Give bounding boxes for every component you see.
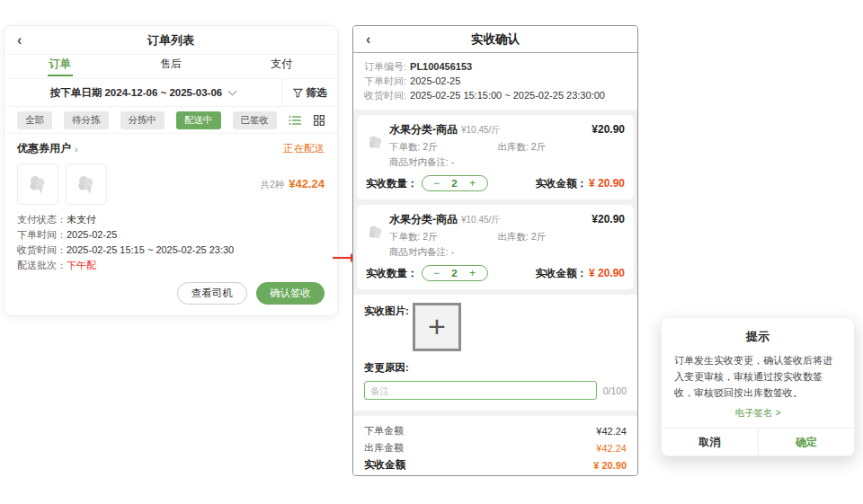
minus-button[interactable]: −: [431, 177, 443, 190]
back-icon[interactable]: ‹: [17, 33, 22, 48]
plus-button[interactable]: +: [467, 177, 479, 190]
upload-photo-label: 实收图片:: [364, 303, 409, 318]
order-list-screen: ‹ 订单列表 订单 售后 支付 按下单日期 2024-12-06 ~ 2025-…: [4, 25, 338, 316]
dialog-actions: 取消 确定: [662, 428, 854, 455]
total-row-outbound: 出库金额 ¥42.24: [364, 439, 627, 456]
cancel-button[interactable]: 取消: [662, 429, 758, 455]
product-item-card: 水果分类-商品 ¥10.45/斤 ¥20.90 下单数: 2斤 出库数: 2斤 …: [357, 205, 634, 289]
confirm-receipt-button[interactable]: 确认签收: [256, 282, 325, 305]
minus-button[interactable]: −: [431, 267, 443, 279]
item-receipt-controls: 实收数量： − 2 + 实收金额： ¥ 20.90: [366, 175, 625, 191]
info-receive-time: 收货时间: 2025-02-25 15:15:00 ~ 2025-02-25 2…: [364, 88, 627, 102]
item-name: 水果分类-商品: [389, 122, 458, 137]
item-thumbnail: [366, 212, 389, 259]
grid-view-icon[interactable]: [314, 115, 325, 126]
item-unit-price: ¥10.45/斤: [461, 124, 500, 137]
item-name: 水果分类-商品: [389, 212, 458, 227]
total-value: ¥42.24: [596, 443, 627, 454]
field-order-time: 下单时间： 2025-02-25: [17, 227, 325, 243]
date-range-label: 按下单日期 2024-12-06 ~ 2025-03-06: [50, 86, 222, 100]
item-internal-note: 商品对内备注: -: [389, 156, 625, 169]
received-amount-group: 实收金额： ¥ 20.90: [535, 177, 625, 190]
item-internal-note: 商品对内备注: -: [389, 246, 625, 259]
receipt-header: ‹ 实收确认: [353, 26, 637, 53]
order-amount-summary: 共2种 ¥42.24: [260, 177, 325, 191]
field-pay-status: 支付状态： 未支付: [17, 212, 325, 227]
chip-delivering[interactable]: 配送中: [176, 111, 221, 129]
item-thumbnail: [366, 122, 389, 169]
filter-button[interactable]: 筛选: [281, 79, 337, 106]
change-reason-input[interactable]: [364, 381, 597, 400]
product-item-card: 水果分类-商品 ¥10.45/斤 ¥20.90 下单数: 2斤 出库数: 2斤 …: [357, 115, 634, 199]
flower-placeholder-icon: [26, 172, 49, 196]
ok-button[interactable]: 确定: [758, 429, 855, 455]
total-label: 下单金额: [364, 424, 404, 438]
customer-type-link[interactable]: 优惠券用户: [17, 141, 71, 156]
received-qty-label: 实收数量：: [366, 267, 418, 280]
tab-orders[interactable]: 订单: [4, 55, 115, 78]
chip-all[interactable]: 全部: [17, 111, 52, 129]
receipt-confirm-screen: ‹ 实收确认 订单编号: PL100456153 下单时间: 2025-02-2…: [352, 25, 638, 476]
item-unit-price: ¥10.45/斤: [461, 214, 500, 226]
item-receipt-controls: 实收数量： − 2 + 实收金额： ¥ 20.90: [366, 265, 625, 281]
flower-placeholder-icon: [75, 172, 98, 196]
info-label: 收货时间:: [364, 88, 406, 102]
dialog-title: 提示: [662, 318, 854, 345]
tab-payment-label: 支付: [269, 57, 294, 76]
plus-button[interactable]: +: [467, 267, 479, 279]
delivery-status-badge: 正在配送: [283, 142, 325, 155]
item-line-total: ¥20.90: [592, 213, 625, 225]
add-photo-button[interactable]: +: [413, 303, 461, 351]
total-row-freight: 运费 ¥0.00: [364, 473, 627, 476]
product-thumbnail[interactable]: [66, 164, 107, 205]
e-signature-link[interactable]: 电子签名 >: [662, 407, 854, 420]
filter-funnel-icon: [293, 88, 303, 98]
order-card-header: 优惠券用户 › 正在配送: [17, 141, 325, 156]
flower-placeholder-icon: [366, 223, 386, 243]
quantity-stepper: − 2 +: [422, 175, 488, 191]
product-thumbnail[interactable]: [17, 164, 58, 205]
field-label: 下单时间：: [17, 227, 67, 243]
product-thumbnails-row: 共2种 ¥42.24: [17, 164, 325, 205]
date-range-selector[interactable]: 按下单日期 2024-12-06 ~ 2025-03-06: [4, 79, 281, 106]
item-main: 水果分类-商品 ¥10.45/斤 ¥20.90 下单数: 2斤 出库数: 2斤 …: [389, 122, 625, 169]
view-driver-button[interactable]: 查看司机: [177, 282, 247, 305]
info-value: 2025-02-25 15:15:00 ~ 2025-02-25 23:30:0…: [410, 88, 605, 102]
view-toggle-group: [289, 115, 325, 126]
list-view-icon[interactable]: [289, 115, 301, 126]
chip-signed[interactable]: 已签收: [233, 111, 278, 129]
item-order-qty: 下单数: 2斤: [389, 141, 498, 154]
field-value: 2025-02-25: [67, 227, 117, 243]
chip-to-sort[interactable]: 待分拣: [64, 111, 109, 129]
totals-section: 下单金额 ¥42.24 出库金额 ¥42.24 实收金额 ¥ 20.90 运费 …: [353, 416, 637, 476]
received-amount-value: ¥ 20.90: [589, 177, 625, 190]
filter-label: 筛选: [307, 86, 327, 100]
item-details: 水果分类-商品 ¥10.45/斤 ¥20.90 下单数: 2斤 出库数: 2斤 …: [366, 122, 625, 169]
tab-aftersale[interactable]: 售后: [115, 55, 226, 78]
field-value: 未支付: [67, 212, 96, 227]
field-label: 支付状态：: [17, 212, 67, 227]
order-total-amount: ¥42.24: [289, 177, 325, 190]
field-receive-time: 收货时间： 2025-02-25 15:15 ~ 2025-02-25 23:3…: [17, 243, 325, 258]
tab-payment[interactable]: 支付: [227, 55, 337, 78]
screen-mockup: ‹ 订单列表 订单 售后 支付 按下单日期 2024-12-06 ~ 2025-…: [0, 0, 863, 504]
item-main: 水果分类-商品 ¥10.45/斤 ¥20.90 下单数: 2斤 出库数: 2斤 …: [389, 212, 625, 259]
total-row-received: 实收金额 ¥ 20.90: [364, 456, 627, 473]
total-value: ¥42.24: [596, 426, 627, 437]
total-value: ¥ 20.90: [593, 460, 627, 471]
back-icon[interactable]: ‹: [366, 32, 370, 47]
char-counter: 0/100: [603, 385, 627, 396]
field-value: 2025-02-25 15:15 ~ 2025-02-25 23:30: [67, 243, 234, 258]
received-qty-label: 实收数量：: [366, 177, 418, 190]
info-order-time: 下单时间: 2025-02-25: [364, 74, 627, 88]
order-card-actions: 查看司机 确认签收: [17, 282, 325, 305]
total-label: 实收金额: [364, 458, 405, 472]
plus-icon: +: [428, 311, 446, 341]
chip-sorting[interactable]: 分拣中: [120, 111, 165, 129]
info-label: 下单时间:: [364, 74, 406, 88]
order-info-section: 订单编号: PL100456153 下单时间: 2025-02-25 收货时间:…: [353, 53, 637, 110]
order-fields: 支付状态： 未支付 下单时间： 2025-02-25 收货时间： 2025-02…: [17, 212, 325, 273]
item-details: 水果分类-商品 ¥10.45/斤 ¥20.90 下单数: 2斤 出库数: 2斤 …: [366, 212, 625, 259]
page-title: 订单列表: [147, 32, 194, 49]
item-out-qty: 出库数: 2斤: [498, 141, 547, 154]
